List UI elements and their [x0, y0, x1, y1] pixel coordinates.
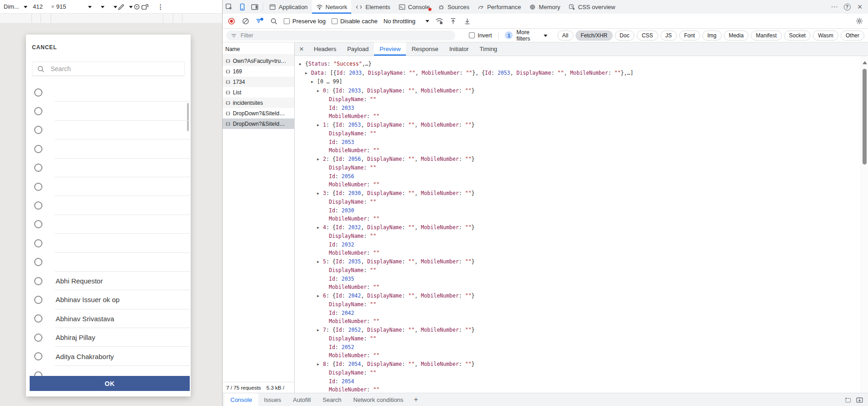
- dropdown-chevron-icon[interactable]: [129, 6, 133, 10]
- disclosure-triangle-icon[interactable]: ▶: [317, 87, 323, 96]
- preserve-log-checkbox[interactable]: Preserve log: [284, 18, 326, 25]
- radio-button-icon[interactable]: [34, 201, 42, 210]
- drawer-tab-issues[interactable]: Issues: [258, 393, 287, 406]
- filter-input[interactable]: [240, 32, 451, 39]
- person-option-empty[interactable]: [26, 366, 191, 376]
- table-row[interactable]: {}DropDown?&SiteId…: [223, 108, 294, 118]
- dimensions-select[interactable]: Dim...: [4, 3, 27, 10]
- eyedropper-icon[interactable]: [117, 3, 125, 11]
- invert-checkbox[interactable]: Invert: [469, 32, 492, 39]
- tab-memory[interactable]: Memory: [525, 0, 564, 14]
- radio-button-icon[interactable]: [34, 183, 42, 191]
- disclosure-triangle-icon[interactable]: ▶: [317, 155, 323, 164]
- throttle-select-chevron-icon[interactable]: [101, 6, 104, 10]
- checkbox-icon[interactable]: [332, 18, 338, 24]
- chip-fetch-xhr[interactable]: Fetch/XHR: [576, 31, 613, 41]
- chip-manifest[interactable]: Manifest: [751, 31, 781, 41]
- person-option[interactable]: Abhinav Srivastava: [26, 309, 191, 328]
- viewport-height-input[interactable]: 915: [56, 3, 66, 10]
- tab-console[interactable]: Console: [395, 0, 434, 14]
- person-option-empty[interactable]: [26, 121, 191, 139]
- person-option-empty[interactable]: [26, 234, 191, 252]
- tab-network[interactable]: Network: [312, 0, 352, 14]
- person-option-empty[interactable]: [26, 102, 191, 120]
- person-option-empty[interactable]: [26, 215, 191, 234]
- disclosure-triangle-icon[interactable]: ▶: [317, 190, 323, 198]
- radio-button-icon[interactable]: [34, 88, 42, 97]
- chip-media[interactable]: Media: [724, 31, 749, 41]
- disclosure-triangle-icon[interactable]: ▶: [317, 224, 323, 232]
- chip-font[interactable]: Font: [679, 31, 700, 41]
- dropdown-chevron-icon[interactable]: [114, 6, 117, 10]
- requests-name-header[interactable]: Name: [223, 42, 294, 55]
- radio-button-icon[interactable]: [34, 164, 42, 172]
- chip-css[interactable]: CSS: [637, 31, 658, 41]
- toggle-device-toolbar-icon[interactable]: [235, 0, 248, 14]
- zoom-select-chevron-icon[interactable]: [88, 6, 92, 10]
- disclosure-triangle-icon[interactable]: ▶: [317, 121, 323, 130]
- tab-payload[interactable]: Payload: [342, 42, 374, 56]
- table-row[interactable]: {}List: [223, 87, 294, 98]
- radio-button-icon[interactable]: [34, 352, 42, 360]
- ok-button[interactable]: OK: [30, 376, 190, 391]
- person-option[interactable]: Aditya Chakraborty: [26, 347, 191, 365]
- more-tools-icon[interactable]: ⋯: [829, 1, 840, 12]
- table-row[interactable]: {}Own?AsFaculty=tru…: [223, 56, 294, 66]
- expand-drawer-icon[interactable]: [856, 396, 863, 404]
- chip-doc[interactable]: Doc: [615, 31, 634, 41]
- drawer-tab-autofill[interactable]: Autofill: [287, 393, 317, 406]
- person-option-empty[interactable]: [26, 139, 191, 158]
- person-option[interactable]: Abhi Requestor: [26, 272, 191, 290]
- help-icon[interactable]: ?: [842, 1, 852, 12]
- checkbox-icon[interactable]: [469, 32, 475, 38]
- tab-css-overview[interactable]: CSS overview: [564, 0, 619, 14]
- disclosure-triangle-icon[interactable]: ▶: [317, 360, 323, 369]
- radio-button-icon[interactable]: [34, 107, 42, 115]
- chip-js[interactable]: JS: [660, 31, 677, 41]
- radio-button-icon[interactable]: [34, 296, 42, 304]
- radio-button-icon[interactable]: [34, 334, 42, 342]
- export-har-icon[interactable]: [463, 17, 472, 25]
- more-options-kebab-icon[interactable]: ⋮: [157, 3, 164, 10]
- disclosure-triangle-icon[interactable]: ▶: [317, 258, 323, 267]
- close-detail-icon[interactable]: ×: [295, 42, 308, 56]
- tab-elements[interactable]: Elements: [351, 0, 394, 14]
- table-row[interactable]: {}incidentsites: [223, 98, 294, 108]
- tab-performance[interactable]: Performance: [473, 0, 525, 14]
- radio-button-icon[interactable]: [34, 220, 42, 228]
- chip-socket[interactable]: Socket: [784, 31, 811, 41]
- tab-sources[interactable]: Sources: [434, 0, 473, 14]
- chip-other[interactable]: Other: [841, 31, 864, 41]
- person-option-empty[interactable]: [26, 159, 191, 177]
- record-network-log-icon[interactable]: [227, 17, 235, 25]
- table-row[interactable]: {}DropDown?&SiteId…: [223, 118, 294, 129]
- tab-response[interactable]: Response: [406, 42, 444, 56]
- network-settings-gear-icon[interactable]: [855, 17, 863, 25]
- chip-all[interactable]: All: [557, 31, 573, 41]
- throttling-select[interactable]: No throttling: [384, 18, 429, 25]
- tab-headers[interactable]: Headers: [308, 42, 342, 56]
- search-input[interactable]: [51, 65, 180, 72]
- disclosure-triangle-icon[interactable]: ▶: [317, 326, 323, 335]
- filter-toggle-icon[interactable]: [255, 17, 264, 25]
- table-row[interactable]: {}169: [223, 66, 294, 77]
- disclosure-triangle-icon[interactable]: ▶: [305, 69, 311, 78]
- add-drawer-tab-icon[interactable]: +: [409, 393, 422, 406]
- person-option[interactable]: Abhinav Issuer ok op: [26, 290, 191, 309]
- radio-button-icon[interactable]: [34, 126, 42, 134]
- network-conditions-icon[interactable]: [435, 17, 443, 25]
- radio-button-icon[interactable]: [34, 239, 42, 247]
- radio-button-icon[interactable]: [34, 145, 42, 153]
- tab-timing[interactable]: Timing: [474, 42, 503, 56]
- viewport-width-input[interactable]: 412: [33, 3, 43, 10]
- scroll-up-arrow-icon[interactable]: [863, 59, 867, 64]
- search-box[interactable]: [32, 62, 185, 76]
- scrollbar-thumb[interactable]: [863, 69, 867, 164]
- chip-img[interactable]: Img: [702, 31, 722, 41]
- import-har-icon[interactable]: [449, 17, 457, 25]
- target-icon[interactable]: [133, 3, 141, 11]
- radio-button-icon[interactable]: [34, 277, 42, 285]
- drawer-tab-network-conditions[interactable]: Network conditions: [348, 393, 410, 406]
- disclosure-triangle-icon[interactable]: ▶: [311, 78, 317, 87]
- close-devtools-icon[interactable]: ×: [854, 1, 865, 12]
